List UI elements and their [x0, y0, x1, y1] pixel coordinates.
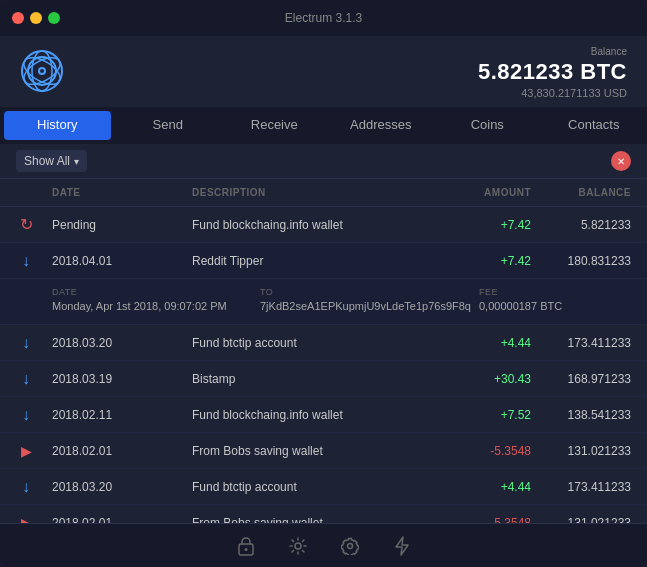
detail-date-value: Monday, Apr 1st 2018, 09:07:02 PM: [52, 300, 252, 312]
detail-fee: FEE 0,00000187 BTC: [479, 287, 639, 312]
received-icon: ↓: [22, 406, 30, 424]
row-description: Fund btctip account: [192, 336, 431, 350]
th-date: DATE: [52, 183, 192, 202]
row-description: Fund btctip account: [192, 480, 431, 494]
balance-usd: 43,830.2171133 USD: [478, 87, 627, 99]
clear-search-button[interactable]: ✕: [611, 151, 631, 171]
row-date: 2018.02.11: [52, 408, 192, 422]
svg-point-9: [347, 543, 352, 548]
row-balance: 173.411233: [531, 336, 631, 350]
received-icon: ↓: [22, 334, 30, 352]
row-icon: ▶: [16, 441, 36, 461]
received-icon: ↓: [22, 370, 30, 388]
row-date: 2018.02.01: [52, 516, 192, 524]
table-row[interactable]: ▶ 2018.02.01 From Bobs saving wallet -5.…: [0, 505, 647, 523]
svg-point-5: [39, 68, 45, 74]
show-all-button[interactable]: Show All ▾: [16, 150, 87, 172]
pending-icon: ↻: [20, 215, 33, 234]
tab-contacts[interactable]: Contacts: [541, 107, 648, 144]
row-icon: ↻: [16, 215, 36, 235]
table-row[interactable]: ↓ 2018.04.01 Reddit Tipper +7.42 180.831…: [0, 243, 647, 279]
row-amount: +7.42: [431, 254, 531, 268]
header: Balance 5.821233 BTC 43,830.2171133 USD: [0, 36, 647, 107]
detail-fee-value: 0,00000187 BTC: [479, 300, 639, 312]
row-icon: ↓: [16, 405, 36, 425]
row-icon: ▶: [16, 513, 36, 524]
sent-icon: ▶: [21, 443, 32, 459]
table-row[interactable]: ↓ 2018.02.11 Fund blockchaing.info walle…: [0, 397, 647, 433]
row-balance: 180.831233: [531, 254, 631, 268]
maximize-button[interactable]: [48, 12, 60, 24]
tab-send[interactable]: Send: [115, 107, 222, 144]
row-amount: -5.3548: [431, 444, 531, 458]
row-balance: 138.541233: [531, 408, 631, 422]
row-balance: 168.971233: [531, 372, 631, 386]
titlebar: Electrum 3.1.3: [0, 0, 647, 36]
balance-area: Balance 5.821233 BTC 43,830.2171133 USD: [478, 46, 627, 99]
lock-icon[interactable]: [232, 532, 260, 560]
main-window: Electrum 3.1.3 Balance 5.821233 BTC 43,8…: [0, 0, 647, 567]
table-row[interactable]: ↓ 2018.03.20 Fund btctip account +4.44 1…: [0, 325, 647, 361]
statusbar: [0, 523, 647, 567]
show-all-label: Show All: [24, 154, 70, 168]
row-balance: 5.821233: [531, 218, 631, 232]
row-amount: +7.42: [431, 218, 531, 232]
row-description: Fund blockchaing.info wallet: [192, 218, 431, 232]
row-date: 2018.02.01: [52, 444, 192, 458]
row-date: 2018.04.01: [52, 254, 192, 268]
detail-row: DATE Monday, Apr 1st 2018, 09:07:02 PM T…: [0, 279, 647, 325]
received-icon: ↓: [22, 478, 30, 496]
row-date: Pending: [52, 218, 192, 232]
row-date: 2018.03.19: [52, 372, 192, 386]
th-icon: [16, 183, 52, 202]
table-row[interactable]: ▶ 2018.02.01 From Bobs saving wallet -5.…: [0, 433, 647, 469]
sent-icon: ▶: [21, 515, 32, 524]
tab-history[interactable]: History: [4, 111, 111, 140]
bolt-icon[interactable]: [388, 532, 416, 560]
row-icon: ↓: [16, 251, 36, 271]
detail-fee-label: FEE: [479, 287, 639, 297]
svg-point-7: [244, 548, 247, 551]
row-balance: 131.021233: [531, 444, 631, 458]
row-amount: +30.43: [431, 372, 531, 386]
table-row[interactable]: ↓ 2018.03.19 Bistamp +30.43 168.971233: [0, 361, 647, 397]
row-icon: ↓: [16, 369, 36, 389]
close-button[interactable]: [12, 12, 24, 24]
settings-icon[interactable]: [284, 532, 312, 560]
row-amount: +4.44: [431, 336, 531, 350]
gear-icon[interactable]: [336, 532, 364, 560]
transaction-table: DATE DESCRIPTION AMOUNT BALANCE ↻ Pendin…: [0, 179, 647, 523]
row-amount: +4.44: [431, 480, 531, 494]
toolbar: Show All ▾ ✕: [0, 144, 647, 179]
table-row[interactable]: ↓ 2018.03.20 Fund btctip account +4.44 1…: [0, 469, 647, 505]
row-description: From Bobs saving wallet: [192, 516, 431, 524]
table-row[interactable]: ↻ Pending Fund blockchaing.info wallet +…: [0, 207, 647, 243]
tab-coins[interactable]: Coins: [434, 107, 541, 144]
row-icon: ↓: [16, 333, 36, 353]
tab-addresses[interactable]: Addresses: [328, 107, 435, 144]
row-amount: +7.52: [431, 408, 531, 422]
nav-tabs: History Send Receive Addresses Coins Con…: [0, 107, 647, 144]
row-icon: ↓: [16, 477, 36, 497]
row-balance: 173.411233: [531, 480, 631, 494]
dropdown-arrow-icon: ▾: [74, 156, 79, 167]
row-date: 2018.03.20: [52, 480, 192, 494]
detail-date-label: DATE: [52, 287, 252, 297]
window-controls: [12, 12, 60, 24]
table-header: DATE DESCRIPTION AMOUNT BALANCE: [0, 179, 647, 207]
row-description: Fund blockchaing.info wallet: [192, 408, 431, 422]
row-description: From Bobs saving wallet: [192, 444, 431, 458]
th-balance: BALANCE: [531, 183, 631, 202]
balance-label: Balance: [478, 46, 627, 57]
th-amount: AMOUNT: [431, 183, 531, 202]
row-description: Bistamp: [192, 372, 431, 386]
detail-to: TO 7jKdB2seA1EPKupmjU9vLdeTe1p76s9F8q: [260, 287, 471, 312]
row-balance: 131.021233: [531, 516, 631, 524]
svg-point-8: [295, 543, 301, 549]
detail-to-value: 7jKdB2seA1EPKupmjU9vLdeTe1p76s9F8q: [260, 300, 471, 312]
minimize-button[interactable]: [30, 12, 42, 24]
detail-date: DATE Monday, Apr 1st 2018, 09:07:02 PM: [52, 287, 252, 312]
tab-receive[interactable]: Receive: [221, 107, 328, 144]
logo: [20, 49, 64, 97]
received-icon: ↓: [22, 252, 30, 270]
